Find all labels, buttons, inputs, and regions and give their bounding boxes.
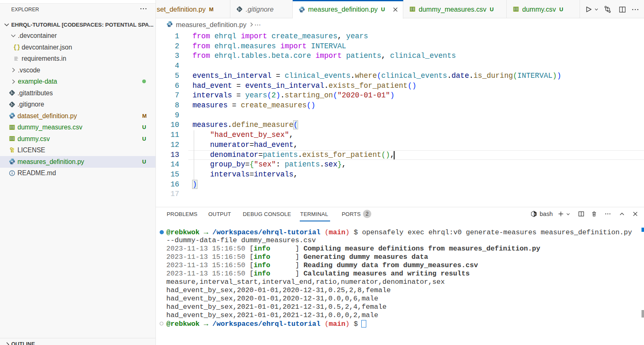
svg-text:$: $ xyxy=(534,213,535,216)
svg-text:{}: {} xyxy=(13,44,20,51)
